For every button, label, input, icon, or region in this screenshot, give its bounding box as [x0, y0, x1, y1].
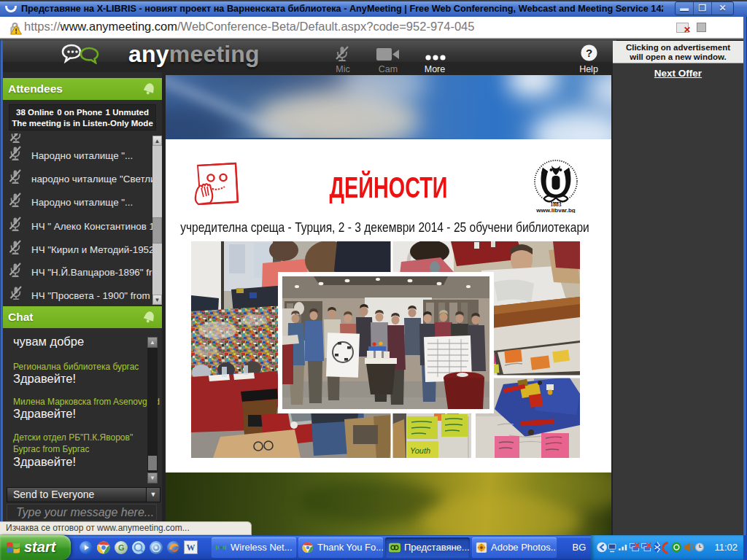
svg-text:Youth: Youth	[410, 446, 430, 455]
svg-text:G: G	[118, 543, 125, 552]
svg-text:W: W	[187, 542, 196, 553]
svg-text:?: ?	[586, 47, 592, 59]
svg-text:www.libvar.bg: www.libvar.bg	[535, 207, 576, 213]
